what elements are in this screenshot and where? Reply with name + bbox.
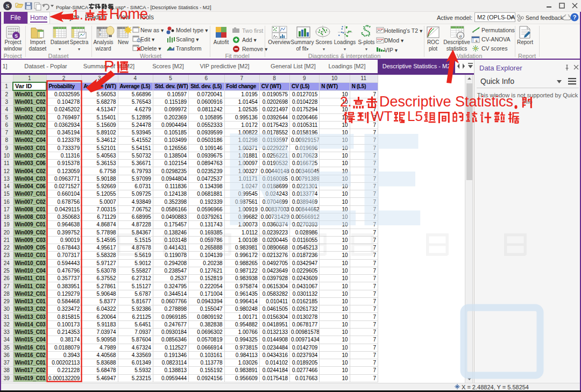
svg-text:Y: Y bbox=[99, 33, 101, 36]
svg-text:S: S bbox=[15, 33, 18, 39]
svg-text:X: X bbox=[99, 28, 101, 32]
svg-text:S: S bbox=[6, 3, 9, 9]
svg-text:E: E bbox=[476, 39, 478, 42]
svg-text:?: ? bbox=[573, 14, 577, 20]
svg-text:σ: σ bbox=[459, 33, 462, 39]
